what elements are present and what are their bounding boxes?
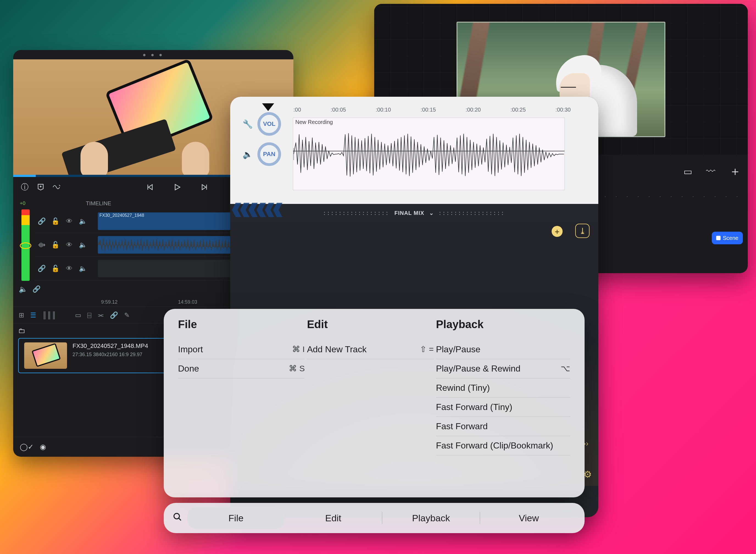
final-mix-label: FINAL MIX <box>395 210 424 216</box>
menu-label: Play/Pause <box>436 344 480 354</box>
wrench-icon[interactable]: 🔧 <box>242 118 253 129</box>
waveform-icon[interactable]: ║║║ <box>42 311 56 319</box>
next-icon[interactable] <box>199 182 210 192</box>
time-ruler[interactable]: :00 :00:05 :00:10 :00:15 :00:20 :00:25 :… <box>293 107 587 113</box>
marker-add-icon[interactable] <box>35 182 46 192</box>
menu-label: Add New Track <box>307 344 366 354</box>
segment-edit[interactable]: Edit <box>285 507 382 529</box>
segment-label: Edit <box>325 513 342 523</box>
menu-label: Fast Forward (Tiny) <box>436 402 512 412</box>
link-icon[interactable]: 🔗 <box>37 217 46 225</box>
eye-icon[interactable]: 👁 <box>65 217 74 225</box>
track-list-icon[interactable]: ☰ <box>30 311 36 319</box>
scroll-arrows-icon[interactable] <box>232 203 292 217</box>
menu-label: Fast Forward <box>436 421 487 432</box>
folder-icon[interactable]: 🗀 <box>18 327 25 335</box>
segment-playback[interactable]: Playback <box>383 507 480 529</box>
ruler-tick: :00:10 <box>375 107 391 113</box>
lock-icon[interactable]: 🔓 <box>51 241 60 249</box>
audio-meter <box>21 209 30 281</box>
menu-shortcut: ⌥ <box>561 364 570 374</box>
menu-item-ff-clip[interactable]: Fast Forward (Clip/Bookmark) <box>436 436 570 455</box>
lock-icon[interactable]: 🔓 <box>51 217 60 225</box>
clip-metadata: 27:36.15 3840x2160 16:9 29.97 <box>72 352 148 357</box>
menu-item-fast-forward[interactable]: Fast Forward <box>436 417 570 436</box>
record-icon[interactable]: ◉ <box>40 443 46 451</box>
link-icon[interactable]: 🔗 <box>37 265 46 272</box>
check-circle-icon[interactable]: ◯✓ <box>20 443 34 451</box>
chevron-down-icon[interactable]: ⌄ <box>429 210 434 216</box>
scribble-icon[interactable]: 〰︎ <box>706 166 715 177</box>
menu-col-edit: Edit Add New Track ⇧ = <box>307 318 433 485</box>
speaker-icon[interactable]: 🔈 <box>242 149 253 160</box>
segment-label: File <box>229 513 244 523</box>
segment-label: Playback <box>412 513 450 523</box>
knob-label: PAN <box>263 151 276 158</box>
scene-chip[interactable]: Scene <box>712 232 743 244</box>
ruler-tick: :00:30 <box>556 107 571 113</box>
ripple-icon[interactable] <box>51 182 62 192</box>
svg-point-1 <box>174 513 179 519</box>
cut-link-icon[interactable]: ⟴ <box>37 241 46 249</box>
segment-file[interactable]: File <box>187 507 285 529</box>
volume-knob[interactable]: VOL <box>257 112 281 136</box>
info-icon[interactable]: ⓘ <box>19 182 30 192</box>
segment-view[interactable]: View <box>480 507 577 529</box>
menu-label: Done <box>178 364 199 374</box>
tool-icon[interactable]: ⌸ <box>88 311 91 319</box>
link-icon[interactable]: 🔗 <box>33 285 41 293</box>
speaker-icon[interactable]: 🔈 <box>78 241 88 249</box>
menu-item-play-pause[interactable]: Play/Pause <box>436 340 570 359</box>
menu-shortcut: ⇧ = <box>420 344 434 354</box>
eye-icon[interactable]: 👁 <box>65 241 74 249</box>
eye-icon[interactable]: 👁 <box>65 265 74 272</box>
lock-icon[interactable]: 🔓 <box>51 265 60 272</box>
search-icon[interactable] <box>171 512 184 524</box>
tool-icon[interactable]: ⫘ <box>97 311 104 319</box>
menu-item-import[interactable]: Import ⌘ I <box>178 340 305 359</box>
speaker-icon[interactable]: 🔈 <box>78 217 88 225</box>
segment-label: View <box>519 513 539 523</box>
link-tool-icon[interactable]: 🔗 <box>110 311 118 319</box>
download-button[interactable]: ⤓ <box>575 224 589 238</box>
ruler-tick: 9:59.12 <box>101 299 118 305</box>
speaker-icon[interactable]: 🔈 <box>78 265 88 272</box>
playhead-marker-icon[interactable] <box>262 103 274 111</box>
menu-label: Import <box>178 344 203 354</box>
add-track-button[interactable]: ＋ <box>551 226 563 237</box>
tool-icon[interactable]: ▭ <box>75 311 81 319</box>
timeline-label: TIMELINE <box>86 200 111 207</box>
waveform-clip[interactable]: New Recording <box>293 118 565 190</box>
chip-label: Scene <box>723 235 739 241</box>
menu-item-ff-tiny[interactable]: Fast Forward (Tiny) <box>436 398 570 417</box>
add-icon[interactable]: ＋ <box>729 163 741 179</box>
ruler-tick: 14:59.03 <box>178 299 197 305</box>
menu-col-file: File Import ⌘ I Done ⌘ S <box>178 318 305 485</box>
menu-shortcut: ⌘ S <box>289 364 305 374</box>
pan-knob[interactable]: PAN <box>257 142 281 166</box>
menu-item-done[interactable]: Done ⌘ S <box>178 359 305 378</box>
menu-item-rewind-tiny[interactable]: Rewind (Tiny) <box>436 378 570 398</box>
ruler-tick: :00:20 <box>466 107 481 113</box>
add-track-icon[interactable]: ⊞ <box>19 311 24 319</box>
window-grab-handle[interactable]: ● ● ● <box>13 50 293 59</box>
menu-label: Rewind (Tiny) <box>436 383 490 393</box>
speaker-icon[interactable]: 🔈 <box>19 285 27 293</box>
ruler-tick: :00 <box>293 107 301 113</box>
prev-icon[interactable] <box>144 182 155 192</box>
menu-item-play-pause-rewind[interactable]: Play/Pause & Rewind ⌥ <box>436 359 570 378</box>
card-icon[interactable]: ▭ <box>684 166 692 177</box>
menu-label: Fast Forward (Clip/Bookmark) <box>436 441 553 451</box>
draw-tools: ▭ 〰︎ ＋ <box>684 163 741 179</box>
menu-category-toolbar: File Edit Playback View <box>164 503 585 533</box>
menu-label: Play/Pause & Rewind <box>436 364 521 374</box>
knob-label: VOL <box>263 120 275 127</box>
play-icon[interactable] <box>172 182 183 192</box>
gain-offset: +0 <box>20 201 25 206</box>
menu-item-add-track[interactable]: Add New Track ⇧ = <box>307 340 433 359</box>
settings-gear-icon[interactable]: ⚙︎ <box>583 469 592 480</box>
ruler-tick: :00:05 <box>331 107 346 113</box>
menu-heading-file: File <box>178 318 305 331</box>
menu-category-segment: File Edit Playback View <box>187 507 577 529</box>
pencil-icon[interactable]: ✎ <box>124 311 130 319</box>
